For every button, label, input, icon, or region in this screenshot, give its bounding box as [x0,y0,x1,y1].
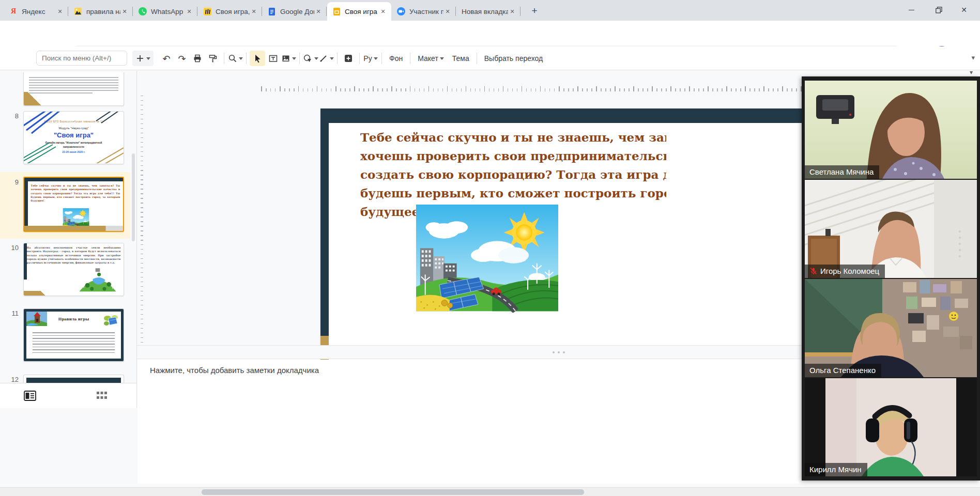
tab-close-icon[interactable]: ✕ [379,7,387,16]
slide-filmstrip: 8 МБОУ БГО Борисоглебская гимназия № 1" … [0,71,137,408]
line-icon [319,54,328,63]
tab-yandex[interactable]: Я Яндекс ✕ [4,2,68,21]
thumb10-green-hill-picture [75,266,120,292]
slide-thumbnail-8[interactable]: МБОУ БГО Борисоглебская гимназия № 1" Мо… [23,111,124,164]
slide-number: 10 [4,244,19,252]
zoom-button[interactable] [227,51,243,66]
tab-close-icon[interactable]: ✕ [250,7,258,16]
gold-corner-accent [24,92,41,105]
filmstrip-scrollbar[interactable] [132,153,135,241]
tab-close-icon[interactable]: ✕ [314,7,323,16]
tab-google-slides-active[interactable]: Своя игра - ✕ [327,2,391,21]
thumb9-text: Тебе сейчас скучно и ты не знаешь, чем з… [28,181,123,205]
slide-thumbnail-11[interactable]: Правила игры [23,308,124,362]
text-box-button[interactable] [265,51,281,66]
participant-video-1 [805,81,977,179]
filmstrip-view-icon[interactable] [24,391,36,401]
slide-thumbnail-10[interactable]: На абсолютно неосвоенном участке земли н… [23,243,124,296]
tab-close-icon[interactable]: ✕ [120,7,129,16]
slide-number: 11 [4,309,19,317]
tab-title: Яндекс [22,8,56,16]
tab-close-icon[interactable]: ✕ [185,7,193,16]
slide-thumbnail-9-selected[interactable]: Тебе сейчас скучно и ты не знаешь, чем з… [23,177,124,232]
tab-title: Google Доку [280,8,314,16]
chevron-down-icon [440,57,444,60]
redo-button[interactable]: ↷ [174,51,190,66]
tab-close-icon[interactable]: ✕ [508,7,516,16]
participant-video-tile[interactable]: Светлана Мячина [805,81,977,179]
tab-close-icon[interactable]: ✕ [56,7,64,16]
window-close-button[interactable]: ✕ [952,0,976,20]
tab-title: Своя игра, С [216,8,250,16]
zoom-camera-icon [397,7,405,16]
new-slide-button[interactable] [132,51,154,66]
view-switcher-bar [0,383,137,408]
toolbar-collapse-chevron-icon[interactable]: ▾ [971,54,975,61]
slide-frame-left [320,109,329,336]
whatsapp-icon [139,7,147,16]
tab-zoom-participant[interactable]: Участник пу ✕ [392,2,456,21]
participant-name-label: Кирилл Мячин [805,463,867,476]
tab-image-rules[interactable]: правила нас ✕ [69,2,133,21]
tab-title: Новая вкладка [462,8,508,16]
chevron-down-icon[interactable] [330,57,334,60]
print-button[interactable] [190,51,205,66]
tab-title: Своя игра - [345,8,379,16]
shape-icon [303,54,313,63]
transition-button[interactable]: Выбрать переход [480,51,547,66]
miro-icon [203,7,211,16]
participant-name-label: Светлана Мячина [805,165,879,179]
theme-button[interactable]: Тема [448,51,473,66]
participant-video-2 [805,180,977,278]
image-icon [281,54,290,63]
eco-city-illustration[interactable] [416,203,558,313]
magnifier-icon [228,54,237,63]
horizontal-scrollbar-thumb[interactable] [202,489,584,495]
layout-button[interactable]: Макет [414,51,448,66]
restore-icon [936,7,942,13]
tab-whatsapp[interactable]: WhatsApp ✕ [133,2,197,21]
slide-frame-top [320,109,802,123]
plus-icon [135,54,145,63]
slide-text-line: будешь первым, кто сможет построить горо… [360,184,666,203]
insert-image-button[interactable] [281,51,296,66]
chevron-down-icon[interactable] [314,57,318,60]
participant-video-tile[interactable]: Ольга Степаненко [805,279,977,377]
select-tool-button[interactable] [250,51,265,66]
insert-line-button[interactable] [318,51,334,66]
slide-number: 9 [4,178,19,186]
input-tools-button[interactable]: Ру [363,51,378,66]
participant-video-3 [805,279,977,377]
window-restore-button[interactable] [927,0,951,20]
new-tab-button[interactable]: + [528,5,541,18]
window-minimize-button[interactable] [899,0,923,20]
slides-toolbar: ↶ ↷ [0,47,980,70]
insert-shape-button[interactable] [303,51,318,66]
tab-google-docs[interactable]: Google Доку ✕ [263,2,327,21]
paint-format-button[interactable] [205,51,221,66]
chevron-down-icon[interactable] [374,57,378,60]
participant-video-tile[interactable]: Кирилл Мячин [805,378,977,476]
tab-title: правила нас [86,8,120,16]
chevron-down-icon[interactable] [292,57,296,60]
participant-video-tile[interactable]: Игорь Коломоец [805,180,977,278]
tab-close-icon[interactable]: ✕ [443,7,452,16]
gold-bottom-accent [24,226,123,231]
video-panel-collapse-chevron-icon[interactable]: ▾ [970,69,973,76]
microphone-muted-icon [809,267,817,275]
menu-search-input[interactable] [36,51,127,66]
undo-button[interactable]: ↶ [159,51,174,66]
background-button[interactable]: Фон [385,51,407,66]
slide-thumbnail-12[interactable] [23,375,124,383]
slide-thumbnail-7[interactable] [23,72,124,106]
tab-new-tab[interactable]: Новая вкладка ✕ [456,2,520,21]
tab-miro-game[interactable]: Своя игра, С ✕ [198,2,262,21]
grid-view-icon[interactable] [96,391,108,401]
chevron-down-icon[interactable] [146,57,150,60]
yandex-icon: Я [9,7,18,16]
insert-comment-button[interactable] [341,51,356,66]
comment-plus-icon [344,54,353,63]
gold-corner-accent [24,291,50,296]
chevron-down-icon[interactable] [239,57,243,60]
photo-icon [74,7,82,16]
